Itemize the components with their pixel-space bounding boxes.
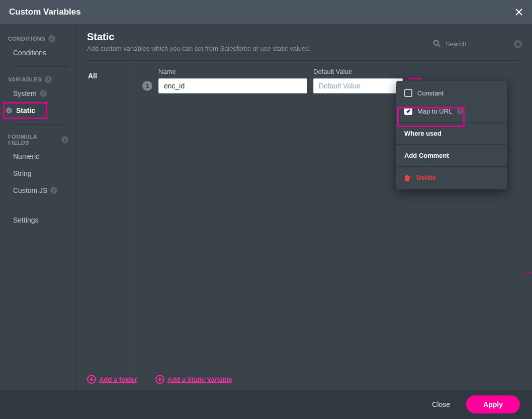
info-icon[interactable]: i [50, 187, 57, 194]
close-icon[interactable] [513, 6, 525, 18]
info-icon[interactable]: i [40, 90, 47, 97]
dashed-edge-decor [522, 272, 532, 273]
info-icon[interactable]: i [45, 76, 52, 83]
dialog-titlebar: Custom Variables [0, 0, 532, 24]
sidebar-item-conditions[interactable]: Conditions [0, 44, 76, 61]
menu-item-label: Map to URL [417, 108, 452, 115]
divider [13, 204, 68, 204]
menu-item-constant[interactable]: Constant [396, 84, 507, 102]
page-subtitle: Add custom variables which you can set f… [87, 45, 310, 52]
add-links-row: Add a folder Add a Static Variable [77, 369, 532, 390]
menu-item-label: Constant [417, 89, 444, 97]
menu-item-label: Add Comment [404, 152, 449, 159]
sidebar-group-variables: VARIABLES i [0, 74, 76, 85]
custom-variables-dialog: Custom Variables CONDITIONS i Conditions… [0, 0, 532, 419]
sidebar-group-label: FORMULA FIELDS [8, 134, 58, 146]
menu-item-label: Delete [416, 174, 436, 181]
info-icon[interactable]: i [48, 35, 55, 42]
trash-icon [404, 174, 411, 181]
sidebar-item-label: Conditions [13, 49, 46, 57]
dialog-title: Custom Variables [9, 7, 81, 17]
sidebar-group-formula: FORMULA FIELDS i [0, 132, 76, 148]
add-static-variable-link[interactable]: Add a Static Variable [155, 375, 232, 384]
checkbox-unchecked-icon [404, 89, 412, 97]
sidebar-item-label: Settings [13, 216, 39, 224]
dialog-footer: Close Apply [0, 390, 532, 419]
sidebar-item-string[interactable]: String [0, 165, 76, 182]
sidebar-item-customjs[interactable]: Custom JS i [0, 182, 76, 199]
sidebar-item-label: System [13, 89, 37, 97]
menu-separator [396, 122, 507, 123]
menu-separator [396, 166, 507, 167]
search-input[interactable] [445, 38, 510, 50]
content-pane: Static Add custom variables which you ca… [76, 24, 532, 390]
sidebar: CONDITIONS i Conditions VARIABLES i Syst… [0, 24, 76, 390]
sidebar-item-label: Numeric [13, 152, 39, 160]
info-icon[interactable]: i [61, 136, 68, 143]
apply-button[interactable]: Apply [466, 395, 520, 413]
checkbox-checked-icon [404, 107, 412, 115]
sidebar-item-label: Static [16, 107, 35, 115]
close-button[interactable]: Close [426, 395, 456, 413]
menu-item-add-comment[interactable]: Add Comment [396, 147, 507, 164]
add-link-label: Add a Static Variable [167, 376, 232, 383]
content-header: Static Add custom variables which you ca… [77, 24, 532, 57]
clear-search-icon[interactable] [514, 40, 522, 48]
search-icon[interactable] [433, 40, 440, 49]
folder-all[interactable]: All [83, 70, 129, 82]
add-folder-link[interactable]: Add a folder [87, 375, 137, 384]
menu-item-label: Where used [404, 130, 441, 137]
row-actions-menu: Constant Map to URL i Where used [396, 81, 507, 189]
menu-separator [396, 144, 507, 145]
sidebar-item-static[interactable]: ✓ Static [0, 102, 76, 119]
add-link-label: Add a folder [99, 376, 137, 383]
menu-item-map-to-url[interactable]: Map to URL i [396, 102, 507, 120]
workarea: All Name Default Value 1 [77, 61, 532, 369]
sidebar-item-label: Custom JS [13, 186, 47, 194]
check-icon: ✓ [6, 108, 12, 114]
dialog-body: CONDITIONS i Conditions VARIABLES i Syst… [0, 24, 532, 390]
sidebar-item-settings[interactable]: Settings [0, 212, 76, 229]
plus-circle-icon [155, 375, 164, 384]
sidebar-group-conditions: CONDITIONS i [0, 33, 76, 44]
svg-point-0 [434, 40, 438, 45]
sidebar-item-numeric[interactable]: Numeric [0, 148, 76, 165]
variable-list: Name Default Value 1 [135, 61, 532, 369]
search [433, 31, 522, 50]
info-icon[interactable]: i [457, 108, 464, 115]
plus-circle-icon [87, 375, 96, 384]
sidebar-item-system[interactable]: System i [0, 85, 76, 102]
row-number-badge: 1 [142, 81, 152, 91]
divider [13, 124, 68, 125]
sidebar-group-label: CONDITIONS [8, 36, 45, 42]
variable-default-input[interactable] [313, 78, 403, 93]
page-title: Static [87, 31, 310, 43]
folder-list: All [77, 61, 135, 369]
column-header-name: Name [158, 68, 307, 75]
divider [13, 66, 68, 67]
menu-item-where-used[interactable]: Where used [396, 125, 507, 142]
column-header-default: Default Value [313, 68, 403, 75]
variable-name-input[interactable] [158, 78, 307, 93]
menu-item-delete[interactable]: Delete [396, 169, 507, 186]
sidebar-group-label: VARIABLES [8, 76, 42, 82]
sidebar-item-label: String [13, 169, 32, 177]
